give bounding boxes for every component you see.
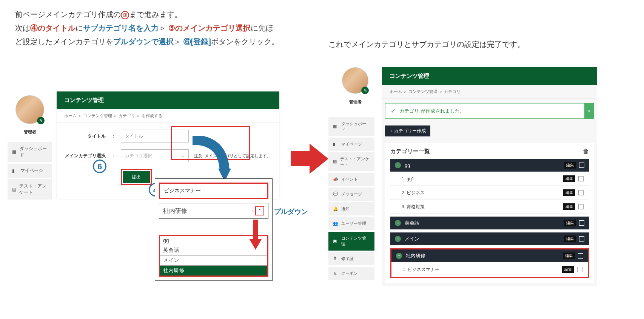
chat-icon: 💬 bbox=[333, 192, 338, 197]
expand-icon[interactable]: ＋ bbox=[395, 220, 401, 226]
checkbox[interactable] bbox=[579, 220, 584, 226]
popup: ビジネスマナー 社内研修 › ⌃ gg 英会話 メイン 社内研修 bbox=[155, 178, 273, 281]
cat-shanai[interactable]: −社内研修編集 bbox=[391, 249, 588, 262]
expand-icon[interactable]: ＋ bbox=[395, 236, 401, 242]
cat-eikaiwa[interactable]: ＋英会話編集 bbox=[390, 217, 589, 229]
right-avatar-col: ✎ 管理者 bbox=[332, 67, 378, 105]
flag-icon: ▮ bbox=[12, 168, 17, 173]
svg-marker-2 bbox=[250, 239, 262, 250]
side-event[interactable]: 📣イベント bbox=[328, 173, 374, 186]
side-dashboard[interactable]: ▦ダッシュボード bbox=[328, 117, 374, 136]
highlight-shanai: −社内研修編集 1. ビジネスマナー編集 bbox=[390, 248, 589, 278]
edit[interactable]: 編集 bbox=[564, 235, 576, 242]
maincat-selected[interactable]: 社内研修 › ⌃ bbox=[159, 203, 268, 219]
close-alert[interactable]: × bbox=[584, 103, 594, 119]
trash-icon[interactable]: 🗑 bbox=[583, 148, 589, 155]
edit[interactable]: 編集 bbox=[563, 203, 575, 210]
right-app: コンテンツ管理 ホーム ＞ コンテンツ管理 ＞ カテゴリ ✓ カテゴリ が作成さ… bbox=[382, 67, 597, 286]
cat-sub[interactable]: 2. ビジネス編集 bbox=[390, 186, 589, 200]
breadcrumb: ホーム ＞ コンテンツ管理 ＞ カテゴリ ＞ を作成する bbox=[57, 109, 279, 123]
cat-gg[interactable]: −gg編集 bbox=[390, 159, 589, 172]
list-title: カテゴリー一覧 🗑 bbox=[390, 148, 589, 155]
marker-6: 6 bbox=[93, 160, 106, 173]
opt-main[interactable]: メイン bbox=[160, 256, 267, 266]
side-contents[interactable]: ▣コンテンツ管理 bbox=[328, 232, 374, 251]
pulldown: プルダウンで選択 bbox=[113, 37, 174, 46]
side-notice[interactable]: 🔔通知 bbox=[328, 202, 374, 215]
side-cert[interactable]: 🎖修了証 bbox=[328, 252, 374, 265]
t: ＞ bbox=[159, 24, 168, 32]
big-arrow-icon bbox=[291, 144, 328, 174]
opt-shanai[interactable]: 社内研修 bbox=[160, 266, 267, 276]
step5: ⑤のメインカテゴリ選択 bbox=[168, 24, 251, 32]
checkbox[interactable] bbox=[579, 163, 584, 168]
percent-icon: ％ bbox=[333, 271, 338, 276]
circle-3-icon: ③ bbox=[121, 11, 129, 19]
side-test[interactable]: ▤テスト・アンケート bbox=[328, 152, 374, 171]
typed-subcat[interactable]: ビジネスマナー bbox=[159, 183, 268, 199]
create-category-button[interactable]: ＋カテゴリー作成 bbox=[385, 125, 430, 136]
t: ＞ bbox=[174, 37, 183, 46]
step4: ④のタイトル bbox=[30, 24, 75, 32]
edit[interactable]: 編集 bbox=[564, 220, 576, 226]
side-coupon[interactable]: ％クーポン bbox=[328, 267, 374, 280]
cat-sub[interactable]: 1. gg1編集 bbox=[390, 172, 589, 186]
list-icon: ▤ bbox=[333, 159, 337, 164]
checkbox[interactable] bbox=[578, 176, 584, 181]
cat-main-c[interactable]: ＋メイン編集 bbox=[390, 232, 589, 245]
megaphone-icon: 📣 bbox=[333, 177, 338, 182]
side-mypage[interactable]: ▮マイページ bbox=[328, 138, 374, 151]
right-sidebar: ▦ダッシュボード ▮マイページ ▤テスト・アンケート 📣イベント 💬メッセージ … bbox=[328, 117, 374, 282]
header-title: コンテンツ管理 bbox=[382, 67, 597, 85]
side-message[interactable]: 💬メッセージ bbox=[328, 187, 374, 201]
title-label: タイトル bbox=[64, 133, 106, 139]
svg-rect-1 bbox=[253, 220, 258, 240]
maincat-select[interactable]: カテゴリ選択⌄ bbox=[121, 149, 189, 162]
edit[interactable]: 編集 bbox=[563, 189, 575, 196]
flag-icon: ▮ bbox=[333, 142, 338, 147]
check-icon: ✓ bbox=[391, 107, 396, 115]
edit-avatar-icon[interactable]: ✎ bbox=[361, 87, 369, 94]
chevron-down-icon: ⌄ bbox=[181, 153, 185, 158]
t: に bbox=[75, 24, 83, 32]
checkbox[interactable] bbox=[578, 204, 584, 209]
t: 次は bbox=[15, 24, 30, 32]
arrow-down-icon bbox=[248, 220, 263, 250]
side-test[interactable]: ▤テスト・アンケート bbox=[8, 179, 52, 200]
arrow-curve-icon bbox=[189, 136, 238, 185]
breadcrumb: ホーム ＞ コンテンツ管理 ＞ カテゴリ bbox=[382, 85, 597, 99]
title-input[interactable] bbox=[121, 130, 189, 142]
category-list: カテゴリー一覧 🗑 −gg編集 1. gg1編集 2. ビジネス編集 3. 資格… bbox=[385, 143, 594, 283]
collapse-icon[interactable]: − bbox=[395, 162, 401, 168]
pulldown-label: プルダウン bbox=[274, 207, 308, 216]
edit[interactable]: 編集 bbox=[563, 175, 575, 182]
caret-up-box[interactable]: ⌃ bbox=[255, 206, 264, 215]
checkbox[interactable] bbox=[579, 236, 584, 242]
edit[interactable]: 編集 bbox=[564, 162, 576, 169]
edit-avatar-icon[interactable]: ✎ bbox=[37, 117, 45, 124]
t: 前ページメインカテゴリ作成の bbox=[15, 10, 121, 19]
cat-sub-business[interactable]: 1. ビジネスマナー編集 bbox=[391, 263, 588, 276]
edit[interactable]: 編集 bbox=[562, 266, 574, 273]
left-avatar-col: ✎ 管理者 ▦ダッシュボード ▮マイページ ▤テスト・アンケート bbox=[8, 95, 52, 201]
svg-marker-3 bbox=[291, 144, 328, 174]
doc-icon: ▣ bbox=[333, 238, 338, 244]
side-dashboard[interactable]: ▦ダッシュボード bbox=[8, 142, 52, 162]
checkbox[interactable] bbox=[578, 190, 584, 195]
success-alert: ✓ カテゴリ が作成されました. × bbox=[385, 103, 594, 119]
collapse-icon[interactable]: − bbox=[396, 253, 402, 259]
checkbox[interactable] bbox=[577, 267, 582, 272]
checkbox[interactable] bbox=[578, 253, 583, 259]
instructions: 前ページメインカテゴリ作成の③まで進みます。 次は④のタイトルにサブカテゴリ名を… bbox=[15, 8, 279, 48]
submit-button[interactable]: 提出 bbox=[123, 171, 150, 183]
avatar[interactable]: ✎ bbox=[15, 95, 44, 124]
admin-label: 管理者 bbox=[8, 129, 52, 135]
avatar[interactable]: ✎ bbox=[342, 67, 368, 94]
cat-sub[interactable]: 3. 資格対策編集 bbox=[390, 200, 589, 214]
edit[interactable]: 編集 bbox=[563, 252, 575, 259]
list-icon: ▤ bbox=[12, 187, 16, 192]
medal-icon: 🎖 bbox=[333, 256, 338, 262]
admin-label: 管理者 bbox=[332, 99, 378, 105]
side-mypage[interactable]: ▮マイページ bbox=[8, 164, 52, 178]
side-users[interactable]: 👥ユーザー管理 bbox=[328, 217, 374, 230]
